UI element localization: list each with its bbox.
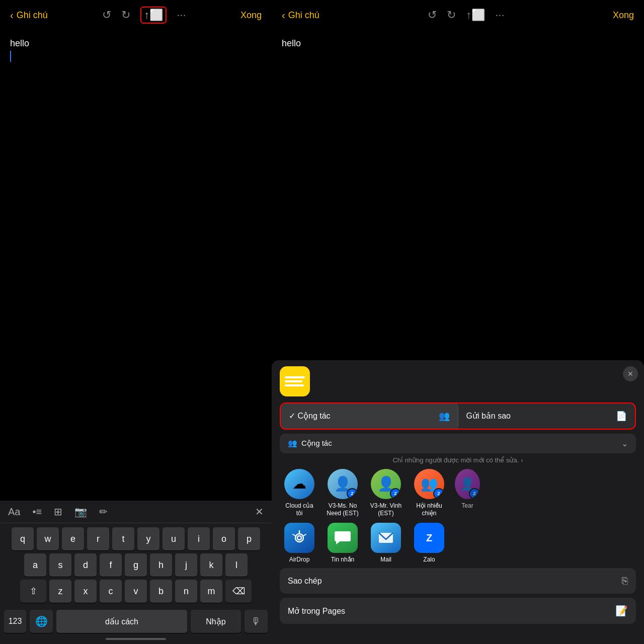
share-sheet-header: [280, 366, 636, 396]
key-d[interactable]: d: [74, 553, 97, 577]
key-l[interactable]: l: [225, 553, 248, 577]
close-button[interactable]: ✕: [623, 366, 638, 381]
collaborate-row[interactable]: ✓ Cộng tác 👥 Gửi bản sao 📄: [280, 403, 636, 430]
notes-icon-lines: [281, 372, 309, 390]
notes-line-1: [285, 376, 305, 378]
right-redo-icon[interactable]: ↻: [447, 9, 456, 22]
home-indicator: [106, 638, 166, 640]
copy-action-row[interactable]: Sao chép ⎘: [280, 568, 636, 594]
left-panel: ‹ Ghi chú ↺ ↻ ↑⬜ ··· Xong hello Aa •≡ ⊞ …: [0, 0, 272, 644]
open-pages-row[interactable]: Mở trong Pages 📝: [280, 598, 636, 624]
key-u[interactable]: u: [163, 527, 185, 550]
pen-icon[interactable]: ✏: [99, 506, 108, 518]
key-r[interactable]: r: [87, 527, 109, 550]
key-j[interactable]: j: [175, 553, 197, 577]
undo-icon[interactable]: ↺: [102, 9, 111, 22]
done-button[interactable]: Xong: [240, 10, 262, 21]
key-k[interactable]: k: [200, 553, 222, 577]
right-undo-icon[interactable]: ↺: [428, 9, 437, 22]
header-center-icons: ↺ ↻ ↑⬜ ···: [102, 7, 186, 24]
right-more-icon[interactable]: ···: [495, 9, 504, 22]
key-a[interactable]: a: [24, 553, 46, 577]
key-e[interactable]: e: [62, 527, 84, 550]
format-icon[interactable]: •≡: [32, 506, 42, 518]
key-numbers[interactable]: 123: [4, 610, 26, 633]
contact-avatar-3: 👥 Z: [414, 469, 444, 499]
contact-item-1[interactable]: 👤 Z V3-Ms. No Need (EST): [325, 469, 360, 518]
key-shift[interactable]: ⇧: [20, 580, 46, 603]
contact-name-2: V3-Mr. Vinh (EST): [368, 502, 404, 518]
app-item-zalo[interactable]: Z Zalo: [412, 523, 447, 563]
key-s[interactable]: s: [49, 553, 71, 577]
share-icon[interactable]: ↑⬜: [140, 7, 167, 24]
airdrop-label: AirDrop: [289, 556, 310, 563]
key-y[interactable]: y: [137, 527, 159, 550]
keyboard-bottom-row: 123 🌐 dấu cách Nhập 🎙: [0, 608, 272, 635]
key-t[interactable]: t: [112, 527, 134, 550]
key-m[interactable]: m: [200, 580, 222, 603]
contact-item-4[interactable]: 👤 Z Tear: [455, 469, 480, 518]
collaborate-option[interactable]: ✓ Cộng tác 👥: [281, 404, 458, 429]
redo-icon[interactable]: ↻: [121, 9, 130, 22]
contact-item-3[interactable]: 👥 Z Hội nhiều chiện: [412, 469, 447, 518]
toolbar-icons: Aa •≡ ⊞ 📷 ✏: [8, 506, 108, 518]
right-header-icons: ↺ ↻ ↑⬜ ···: [428, 9, 504, 22]
right-back-label[interactable]: Ghi chú: [288, 10, 319, 21]
people-icon: 👥: [439, 411, 450, 422]
key-g[interactable]: g: [125, 553, 147, 577]
key-n[interactable]: n: [175, 580, 197, 603]
key-delete[interactable]: ⌫: [225, 580, 252, 603]
key-globe[interactable]: 🌐: [30, 610, 53, 633]
note-content[interactable]: hello: [0, 30, 272, 501]
notes-app-icon: [280, 366, 310, 396]
camera-icon[interactable]: 📷: [74, 506, 87, 518]
key-b[interactable]: b: [150, 580, 172, 603]
text-cursor: [10, 51, 11, 62]
key-p[interactable]: p: [238, 527, 260, 550]
collaborate-dropdown[interactable]: 👥 Cộng tác ⌄: [280, 434, 636, 453]
key-space[interactable]: dấu cách: [56, 610, 187, 633]
key-h[interactable]: h: [150, 553, 172, 577]
apps-row: AirDrop Tin nhắn: [280, 523, 636, 563]
key-return[interactable]: Nhập: [191, 610, 241, 633]
key-row-1: q w e r t y u i o p: [2, 527, 270, 550]
keyboard-toolbar: Aa •≡ ⊞ 📷 ✏ ✕: [0, 501, 272, 523]
keyboard-close-icon[interactable]: ✕: [255, 506, 264, 518]
font-size-icon[interactable]: Aa: [8, 506, 20, 518]
copy-icon: ⎘: [622, 575, 628, 587]
key-v[interactable]: v: [125, 580, 147, 603]
contacts-row: ☁ Cloud của tôi 👤 Z V3-Ms. No Need (EST)…: [280, 469, 636, 518]
right-share-icon[interactable]: ↑⬜: [466, 9, 485, 22]
app-item-mail[interactable]: Mail: [368, 523, 404, 563]
right-done-button[interactable]: Xong: [613, 10, 634, 21]
key-q[interactable]: q: [12, 527, 34, 550]
table-icon[interactable]: ⊞: [54, 506, 62, 518]
back-label[interactable]: Ghi chú: [17, 10, 48, 21]
contact-avatar-4: 👤 Z: [455, 469, 480, 499]
contact-name-cloud: Cloud của tôi: [282, 502, 317, 518]
share-sheet: ✓ Cộng tác 👥 Gửi bản sao 📄 👥 Cộng tác ⌄: [272, 360, 644, 644]
key-c[interactable]: c: [100, 580, 122, 603]
key-i[interactable]: i: [188, 527, 210, 550]
contact-item-2[interactable]: 👤 Z V3-Mr. Vinh (EST): [368, 469, 404, 518]
app-item-airdrop[interactable]: AirDrop: [282, 523, 317, 563]
permission-info: Chỉ những người được mời mới có thể sửa.…: [280, 456, 636, 464]
app-item-messages[interactable]: Tin nhắn: [325, 523, 360, 563]
right-header: ‹ Ghi chú ↺ ↻ ↑⬜ ··· Xong: [272, 0, 644, 30]
key-z[interactable]: z: [49, 580, 71, 603]
open-pages-label: Mở trong Pages: [288, 606, 345, 616]
right-header-back[interactable]: ‹ Ghi chú: [282, 10, 319, 21]
key-f[interactable]: f: [100, 553, 122, 577]
key-mic[interactable]: 🎙: [245, 610, 268, 633]
key-o[interactable]: o: [213, 527, 235, 550]
header-back-group[interactable]: ‹ Ghi chú: [10, 10, 48, 21]
contact-item-cloud[interactable]: ☁ Cloud của tôi: [282, 469, 317, 518]
more-icon[interactable]: ···: [177, 9, 186, 22]
key-w[interactable]: w: [37, 527, 59, 550]
right-back-arrow-icon: ‹: [282, 10, 285, 21]
contact-name-3: Hội nhiều chiện: [412, 502, 447, 518]
key-x[interactable]: x: [74, 580, 97, 603]
contact-avatar-1: 👤 Z: [328, 469, 358, 499]
chevron-down-icon: ⌄: [621, 439, 628, 448]
send-copy-option[interactable]: Gửi bản sao 📄: [458, 404, 635, 429]
